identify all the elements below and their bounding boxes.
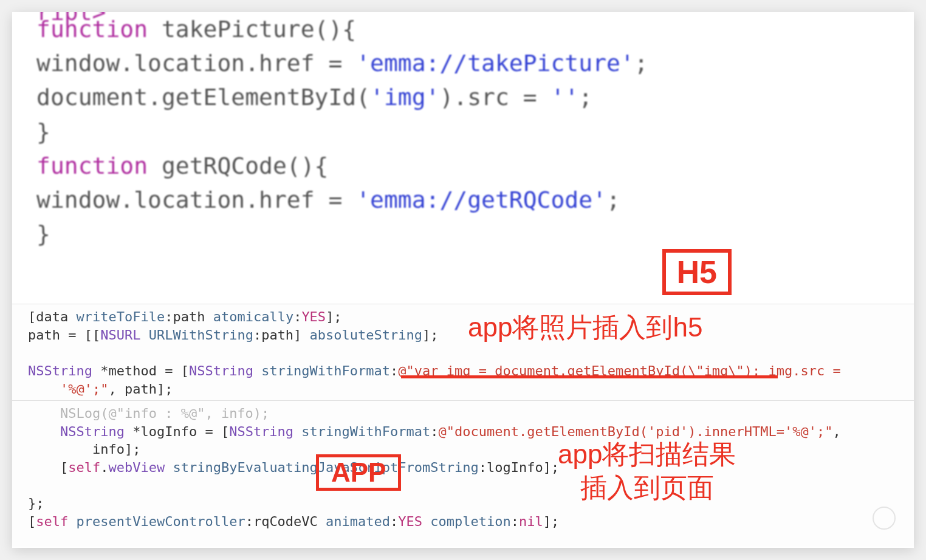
objc-code-panel-2: NSLog(@"info : %@", info); NSString *log… <box>12 401 914 547</box>
code-line: } <box>36 217 890 251</box>
annotation-photo-insert: app将照片插入到h5 <box>468 310 702 346</box>
js-code-panel: ript> function takePicture(){ window.loc… <box>12 12 914 298</box>
expand-icon[interactable] <box>873 507 896 530</box>
objc-code-panel-1: [data writeToFile:path atomically:YES]; … <box>12 304 914 401</box>
code-line: } <box>36 115 890 149</box>
code-cutoff: ript> <box>36 12 106 29</box>
code-line: function getRQCode(){ <box>36 149 890 183</box>
underline-icon <box>401 375 778 378</box>
app-label: APP <box>316 454 401 491</box>
h5-label: H5 <box>662 249 732 295</box>
code-line: window.location.href = 'emma://getRQCode… <box>36 183 890 217</box>
code-line: function takePicture(){ <box>36 12 890 46</box>
code-line: window.location.href = 'emma://takePictu… <box>36 46 890 80</box>
code-line: document.getElementById('img').src = ''; <box>36 80 890 114</box>
annotation-scan-result: app将扫描结果 插入到页面 <box>558 437 736 504</box>
slide: ript> function takePicture(){ window.loc… <box>12 12 914 548</box>
